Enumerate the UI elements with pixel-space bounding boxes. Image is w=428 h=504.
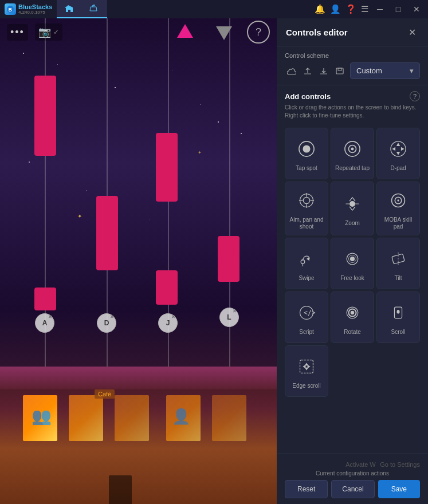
svg-marker-5 [216,26,232,40]
d-pad-label: D-pad [390,165,406,172]
scheme-import-icon[interactable] [317,65,331,77]
add-controls-help-button[interactable]: ? [410,91,420,101]
scheme-label: Control scheme [285,52,420,59]
game-area: ✦ ✦ ••• 📷 ✓ ? [0,18,277,504]
add-controls-section: Add controls ? Click or drag the actions… [277,85,428,128]
control-scroll[interactable]: Scroll [376,292,420,343]
camera-button[interactable]: 📷 ✓ [35,23,62,41]
go-to-settings-link[interactable]: Go to Settings [378,461,420,468]
cafe-window-3 [115,395,149,441]
home-icon [64,4,73,13]
cancel-button[interactable]: Cancel [331,480,374,498]
app-logo: B BlueStacks 4.240.0.1075 [5,3,52,15]
svg-marker-14 [396,143,400,146]
scheme-export-icon[interactable] [301,65,315,77]
add-controls-description: Click or drag the actions on the screen … [285,104,420,120]
control-aim-pan-shoot[interactable]: Aim, pan and shoot [285,182,328,235]
close-button[interactable]: ✕ [410,2,423,16]
swipe-label: Swipe [299,275,314,282]
add-controls-header: Add controls ? [285,91,420,101]
help-circle-button[interactable]: ? [247,21,270,44]
control-tap-spot[interactable]: Tap spot [285,128,328,179]
pink-tile-2-1 [156,133,178,202]
control-zoom[interactable]: Zoom [331,182,374,235]
edge-scroll-icon [294,354,319,379]
tab-home[interactable] [57,0,80,18]
scheme-row: Custom ▾ [285,62,420,79]
arrow-right-button[interactable] [208,19,240,45]
svg-rect-6 [336,68,343,74]
app-name-label: BlueStacks [18,3,52,10]
svg-point-12 [351,148,354,151]
cafe-window-2 [69,395,103,441]
pink-tile-4-1 [218,236,239,282]
editor-header: Controls editor ✕ [277,18,428,46]
scroll-label: Scroll [391,329,405,336]
svg-marker-17 [401,147,405,151]
control-tilt[interactable]: Tilt [376,238,420,289]
menu-dots-button[interactable]: ••• [7,24,28,41]
pink-tile-5-1 [34,288,56,310]
control-swipe[interactable]: Swipe [285,238,328,289]
scroll-icon [386,300,411,325]
free-look-label: Free look [340,275,364,282]
scheme-value: Custom [356,66,382,75]
controls-grid: Tap spot Repeated tap [277,128,428,454]
title-bar: B BlueStacks 4.240.0.1075 🔔 👤 ❓ ☰ ─ □ ✕ [0,0,428,18]
main-content: ✦ ✦ ••• 📷 ✓ ? [0,18,428,504]
aim-pan-shoot-icon [294,188,319,213]
notification-icon[interactable]: 🔔 [315,4,325,14]
config-actions-label: Current configuration actions [285,470,420,477]
svg-marker-16 [392,147,395,151]
svg-point-38 [351,311,355,315]
key-a-button[interactable]: ✕ A [35,313,54,333]
control-free-look[interactable]: Free look [331,238,374,289]
aim-pan-shoot-label: Aim, pan and shoot [288,216,325,230]
edge-scroll-label: Edge scroll [292,383,320,389]
control-repeated-tap[interactable]: Repeated tap [331,128,374,179]
control-rotate[interactable]: Rotate [331,292,374,343]
tap-spot-label: Tap spot [296,165,317,172]
svg-rect-41 [397,310,400,314]
activate-watermark: Activate W [345,461,376,468]
zoom-icon [340,191,365,216]
svg-marker-4 [177,24,193,38]
tab-game[interactable] [80,0,107,18]
menu-icon[interactable]: ☰ [361,4,368,14]
tilt-icon [386,246,411,271]
control-moba-skill-pad[interactable]: MOBA skill pad [376,182,420,235]
svg-rect-43 [300,360,313,373]
help-icon[interactable]: ❓ [345,4,356,14]
arrow-left-button[interactable] [169,19,201,45]
scheme-dropdown[interactable]: Custom ▾ [350,62,420,79]
scheme-save-icon[interactable] [333,65,347,77]
control-d-pad[interactable]: D-pad [376,128,420,179]
free-look-icon [340,246,365,271]
key-l-button[interactable]: ✕ L [219,308,239,327]
minimize-button[interactable]: ─ [373,2,387,16]
save-button[interactable]: Save [378,480,420,498]
script-icon: </> [294,300,319,325]
rotate-icon [340,300,365,325]
pink-tile-3-1 [96,196,118,270]
key-d-button[interactable]: ✕ D [97,313,116,333]
svg-text:B: B [9,6,13,12]
rotate-label: Rotate [344,329,360,336]
editor-title: Controls editor [286,27,405,37]
footer-buttons: Reset Cancel Save [285,480,420,498]
account-icon[interactable]: 👤 [330,4,341,14]
reset-button[interactable]: Reset [285,480,328,498]
controls-editor-panel: Controls editor ✕ Control scheme [277,18,428,504]
scheme-cloud-icon[interactable] [285,65,299,77]
moba-skill-pad-icon [386,188,411,213]
editor-footer: Activate W Go to Settings Current config… [277,454,428,504]
svg-point-24 [350,201,355,207]
key-j-button[interactable]: ✕ J [158,313,178,333]
maximize-button[interactable]: □ [391,2,405,16]
svg-point-19 [303,197,309,203]
control-script[interactable]: </> Script [285,292,328,343]
editor-close-button[interactable]: ✕ [405,25,419,39]
repeated-tap-icon [340,136,365,162]
version-label: 4.240.0.1075 [18,10,52,15]
control-edge-scroll[interactable]: Edge scroll [285,345,328,397]
